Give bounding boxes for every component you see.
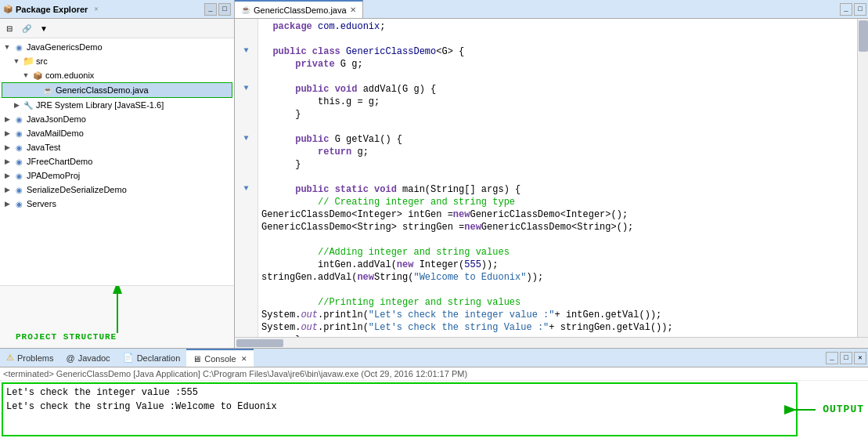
tree-arrow-src[interactable]: ▼ — [13, 57, 20, 65]
tree-arrow-JPADemoProj[interactable]: ▶ — [3, 172, 11, 179]
editor-tab-GenericClassDemo[interactable]: ☕ GenericClassDemo.java ✕ — [235, 0, 363, 18]
project-icon-Servers: ◉ — [13, 197, 25, 210]
view-menu-button[interactable]: ▼ — [36, 20, 52, 36]
tab-problems[interactable]: ⚠ Problems — [0, 349, 59, 367]
bottom-panel: ⚠ Problems @ Javadoc 📄 Declaration 🖥 Con… — [0, 348, 868, 438]
collapse-6[interactable]: ▼ — [243, 84, 248, 92]
problems-icon: ⚠ — [6, 353, 14, 363]
code-line-11: return g; — [261, 146, 854, 158]
code-line-15: // Creating integer and string type — [261, 196, 854, 208]
editor-maximize-button[interactable]: □ — [854, 3, 866, 16]
tree-label-src: src — [36, 56, 48, 66]
top-panel: 📦 Package Explorer ✕ _ □ ⊟ 🔗 ▼ ▼ — [0, 0, 868, 348]
bottom-minimize-button[interactable]: _ — [826, 352, 838, 364]
console-status: <terminated> GenericClassDemo [Java Appl… — [0, 367, 868, 381]
collapse-10[interactable]: ▼ — [243, 134, 248, 143]
code-line-20: intGen.addVal(new Integer(555)); — [261, 259, 854, 271]
horizontal-scrollbar[interactable] — [235, 337, 868, 348]
code-line-18 — [261, 233, 854, 246]
tree-label-GenericClassDemo: GenericClassDemo.java — [56, 85, 149, 95]
code-line-19: //Adding integer and string values — [261, 246, 854, 259]
output-label: OUTPUT — [823, 404, 864, 415]
output-text-2: Let's check the string Value :Welcome to… — [6, 401, 277, 412]
code-line-12: } — [261, 158, 854, 171]
tab-declaration[interactable]: 📄 Declaration — [117, 349, 187, 367]
tree-arrow-JavaMailDemo[interactable]: ▶ — [3, 129, 11, 137]
code-line-1: package com.eduonix; — [261, 20, 854, 33]
vertical-scrollbar[interactable] — [857, 19, 868, 337]
tree-item-GenericClassDemo[interactable]: ☕ GenericClassDemo.java — [2, 82, 232, 98]
collapse-14[interactable]: ▼ — [243, 184, 248, 193]
tree-item-JRE[interactable]: ▶ 🔧 JRE System Library [JavaSE-1.6] — [2, 98, 232, 112]
tree-item-JavaGenericsDemo[interactable]: ▼ ◉ JavaGenericsDemo — [2, 40, 232, 54]
package-icon-eduonix: 📦 — [31, 69, 44, 81]
editor-tab-close[interactable]: ✕ — [350, 5, 356, 14]
tree-item-Servers[interactable]: ▶ ◉ Servers — [2, 197, 232, 211]
h-scrollbar-thumb[interactable] — [236, 339, 283, 347]
code-line-13 — [261, 171, 854, 183]
tree-arrow-JFreeChartDemo[interactable]: ▶ — [3, 157, 11, 165]
maximize-button[interactable]: □ — [218, 3, 231, 16]
project-structure-label: PROJECT STRUCTURE — [16, 332, 117, 342]
tree-item-com-eduonix[interactable]: ▼ 📦 com.eduonix — [2, 68, 232, 82]
tree-item-JFreeChartDemo[interactable]: ▶ ◉ JFreeChartDemo — [2, 154, 232, 168]
code-line-25: System.out.println("Let's check the stri… — [261, 321, 854, 334]
code-line-23: //Printing integer and string values — [261, 296, 854, 309]
package-explorer-header: 📦 Package Explorer ✕ _ □ — [0, 0, 234, 19]
editor-minimize-button[interactable]: _ — [840, 3, 852, 16]
src-folder-icon: 📁 — [22, 55, 34, 67]
code-area: ▼ ▼ ▼ ▼ package com.eduonix; — [235, 19, 868, 337]
tree-arrow-SerializeDeSerializeDemo[interactable]: ▶ — [3, 186, 11, 194]
code-line-17: GenericClassDemo<String> stringGen = new… — [261, 221, 854, 233]
package-explorer: 📦 Package Explorer ✕ _ □ ⊟ 🔗 ▼ ▼ — [0, 0, 235, 348]
output-arrow — [776, 402, 819, 418]
editor-tab-bar: ☕ GenericClassDemo.java ✕ _ □ — [235, 0, 868, 19]
project-icon-JavaMailDemo: ◉ — [13, 127, 25, 139]
explorer-toolbar: ⊟ 🔗 ▼ — [0, 19, 234, 38]
bottom-close-button[interactable]: ✕ — [854, 352, 866, 364]
main-container: 📦 Package Explorer ✕ _ □ ⊟ 🔗 ▼ ▼ — [0, 0, 868, 438]
tree-arrow-JavaGenericsDemo[interactable]: ▼ — [3, 43, 11, 51]
project-icon-SerializeDeSerializeDemo: ◉ — [13, 183, 25, 196]
annotation-area: PROJECT STRUCTURE — [0, 285, 234, 348]
editor-tab-label: GenericClassDemo.java — [254, 5, 347, 15]
minimize-button[interactable]: _ — [204, 3, 217, 16]
code-gutter: ▼ ▼ ▼ ▼ — [235, 19, 258, 337]
tree-arrow-Servers[interactable]: ▶ — [3, 200, 11, 208]
javadoc-icon: @ — [66, 353, 74, 363]
link-with-editor-button[interactable]: 🔗 — [19, 20, 34, 36]
tab-declaration-label: Declaration — [137, 353, 181, 363]
code-line-10: public G getVal() { — [261, 133, 854, 146]
project-icon-JPADemoProj: ◉ — [13, 169, 25, 182]
bottom-maximize-button[interactable]: □ — [840, 352, 852, 364]
tab-javadoc-label: Javadoc — [78, 353, 110, 363]
tree-item-src[interactable]: ▼ 📁 src — [2, 54, 232, 68]
code-line-4: private G g; — [261, 58, 854, 71]
tab-console[interactable]: 🖥 Console ✕ — [186, 349, 253, 367]
tree-arrow-com-eduonix[interactable]: ▼ — [22, 71, 30, 79]
collapse-3[interactable]: ▼ — [243, 46, 248, 55]
editor-area: ☕ GenericClassDemo.java ✕ _ □ ▼ ▼ — [235, 0, 868, 348]
console-tab-close[interactable]: ✕ — [241, 355, 247, 363]
tree-item-JavaMailDemo[interactable]: ▶ ◉ JavaMailDemo — [2, 126, 232, 140]
tree-arrow-JavaJsonDemo[interactable]: ▶ — [3, 115, 11, 123]
tree-arrow-JavaTest[interactable]: ▶ — [3, 143, 11, 151]
explorer-tree: ▼ ◉ JavaGenericsDemo ▼ 📁 src ▼ 📦 com.edu — [0, 38, 234, 285]
tree-item-JavaTest[interactable]: ▶ ◉ JavaTest — [2, 140, 232, 154]
tree-arrow-JRE[interactable]: ▶ — [13, 101, 20, 109]
tree-item-JavaJsonDemo[interactable]: ▶ ◉ JavaJsonDemo — [2, 112, 232, 126]
tree-item-JPADemoProj[interactable]: ▶ ◉ JPADemoProj — [2, 168, 232, 183]
output-annotation: OUTPUT — [776, 402, 864, 418]
tab-javadoc[interactable]: @ Javadoc — [59, 349, 116, 367]
collapse-all-button[interactable]: ⊟ — [2, 20, 17, 36]
close-icon[interactable]: ✕ — [94, 5, 98, 13]
bottom-content-area: <terminated> GenericClassDemo [Java Appl… — [0, 367, 868, 438]
output-text-1: Let's check the integer value :555 — [6, 387, 198, 398]
tree-item-SerializeDeSerializeDemo[interactable]: ▶ ◉ SerializeDeSerializeDemo — [2, 183, 232, 197]
code-content[interactable]: package com.eduonix; public class Generi… — [258, 19, 857, 337]
project-icon: ◉ — [13, 41, 25, 53]
scrollbar-thumb[interactable] — [859, 20, 868, 52]
tree-label-JavaJsonDemo: JavaJsonDemo — [27, 114, 86, 124]
tree-label-JavaTest: JavaTest — [27, 143, 60, 152]
tree-label-JPADemoProj: JPADemoProj — [27, 171, 80, 180]
